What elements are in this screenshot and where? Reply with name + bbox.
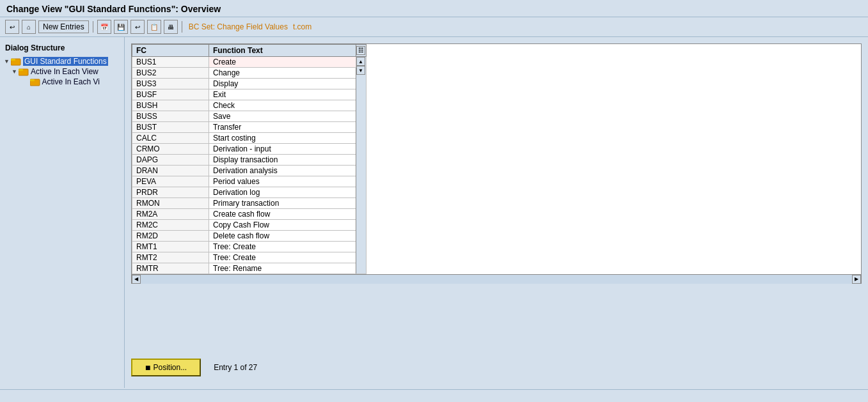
sidebar-title: Dialog Structure [0,41,124,56]
v-scroll-down-btn[interactable]: ▼ [356,66,365,75]
content-area: FC Function Text ☷ BUS1Create▲▼BUS2Chang… [125,37,868,388]
folder-icon-0 [11,57,21,66]
table-row[interactable]: RM2CCopy Cash Flow [132,220,367,231]
cell-fc: BUSH [132,100,209,111]
v-scrollbar-cell: ▲▼ [356,57,367,274]
sidebar-label-active-in-each-view: Active In Each View [31,67,99,76]
cell-text: Delete cash flow [209,231,356,242]
cell-text: Tree: Create [209,242,356,252]
position-label: Position... [153,363,187,372]
table-row[interactable]: CALCStart costing [132,133,367,144]
cell-text: Create [209,57,356,68]
cell-text: Start costing [209,133,356,144]
h-scroll-left-btn[interactable]: ◀ [132,275,141,284]
cell-text: Copy Cash Flow [209,220,356,231]
main-area: Dialog Structure ▼ GUI Standard Function… [0,37,868,388]
sidebar-label-active-in-each-view-2: Active In Each Vi [42,77,100,86]
v-scrollbar: ▲▼ [356,57,365,75]
cell-fc: PEVA [132,176,209,187]
table-icon[interactable]: ☷ [356,46,365,55]
toolbar-icon-6[interactable]: 📋 [147,20,161,34]
cell-text: Period values [209,176,356,187]
col-header-fc: FC [132,45,209,57]
cell-fc: BUSF [132,89,209,100]
cell-text: Create cash flow [209,209,356,220]
table-row[interactable]: BUSTTransfer [132,122,367,133]
cell-fc: RMTR [132,263,209,274]
position-button[interactable]: ■ Position... [131,359,201,376]
cell-fc: DRAN [132,166,209,176]
table-row[interactable]: RMONPrimary transaction [132,198,367,209]
cell-text: Primary transaction [209,198,356,209]
h-scrollbar: ◀ ▶ [132,274,861,283]
tree-arrow-1: ▼ [12,68,17,75]
entry-info: Entry 1 of 27 [214,363,257,372]
cell-text: Change [209,68,356,79]
folder-icon-1 [19,67,29,76]
cell-fc: RMT2 [132,252,209,263]
title-bar: Change View "GUI Standard Functions": Ov… [0,0,868,17]
table-row[interactable]: CRMODerivation - input [132,144,367,155]
status-bar [0,389,868,402]
svg-rect-3 [19,69,23,71]
page-title: Change View "GUI Standard Functions": Ov… [6,4,221,14]
sidebar-item-gui-standard-functions[interactable]: ▼ GUI Standard Functions [0,56,124,66]
table-row[interactable]: BUS3Display [132,79,367,89]
table-row[interactable]: BUS2Change [132,68,367,79]
table-row[interactable]: BUSSSave [132,111,367,122]
cell-fc: RM2C [132,220,209,231]
cell-text: Display [209,79,356,89]
table-row[interactable]: PRDRDerivation log [132,187,367,198]
data-table: FC Function Text ☷ BUS1Create▲▼BUS2Chang… [132,44,367,274]
bottom-area: ■ Position... Entry 1 of 27 [131,353,862,382]
cell-text: Tree: Rename [209,263,356,274]
cell-fc: BUSS [132,111,209,122]
watermark-text: t.com [293,22,312,31]
cell-text: Derivation log [209,187,356,198]
toolbar-icon-3[interactable]: 📅 [97,20,111,34]
toolbar-icon-2[interactable]: ⌂ [22,20,36,34]
cell-text: Check [209,100,356,111]
table-row[interactable]: RM2DDelete cash flow [132,231,367,242]
cell-text: Derivation - input [209,144,356,155]
table-row[interactable]: DAPGDisplay transaction [132,155,367,166]
table-row[interactable]: DRANDerivation analysis [132,166,367,176]
cell-text: Save [209,111,356,122]
table-row[interactable]: RMT2Tree: Create [132,252,367,263]
svg-rect-1 [11,59,15,61]
toolbar-icon-5[interactable]: ↩ [130,20,145,34]
cell-fc: RMON [132,198,209,209]
cell-fc: CRMO [132,144,209,155]
h-scroll-right-btn[interactable]: ▶ [852,275,861,284]
cell-fc: BUS2 [132,68,209,79]
svg-rect-5 [30,79,35,81]
sidebar-item-active-in-each-view-2[interactable]: Active In Each Vi [0,77,124,87]
h-scroll-track [141,275,852,284]
table-row[interactable]: RMTRTree: Rename [132,263,367,274]
cell-text: Exit [209,89,356,100]
sidebar: Dialog Structure ▼ GUI Standard Function… [0,37,125,388]
table-row[interactable]: RMT1Tree: Create [132,242,367,252]
toolbar-icon-1[interactable]: ↩ [5,20,19,34]
table-container: FC Function Text ☷ BUS1Create▲▼BUS2Chang… [131,43,862,284]
cell-fc: RM2D [132,231,209,242]
position-icon: ■ [145,362,150,373]
toolbar-icon-4[interactable]: 💾 [114,20,128,34]
v-scroll-up-btn[interactable]: ▲ [356,57,365,66]
new-entries-button[interactable]: New Entries [38,20,89,33]
toolbar: ↩ ⌂ New Entries 📅 💾 ↩ 📋 🖶 BC Set: Change… [0,17,868,37]
separator-1 [93,21,93,33]
sidebar-label-gui-standard-functions: GUI Standard Functions [23,57,108,66]
tree-arrow-0: ▼ [4,58,10,65]
table-row[interactable]: BUSFExit [132,89,367,100]
table-row[interactable]: PEVAPeriod values [132,176,367,187]
cell-text: Transfer [209,122,356,133]
sidebar-item-active-in-each-view[interactable]: ▼ Active In Each View [0,66,124,77]
toolbar-icon-7[interactable]: 🖶 [164,20,178,34]
table-row[interactable]: RM2ACreate cash flow [132,209,367,220]
cell-fc: RMT1 [132,242,209,252]
table-row[interactable]: BUS1Create▲▼ [132,57,367,68]
cell-fc: PRDR [132,187,209,198]
table-row[interactable]: BUSHCheck [132,100,367,111]
tree-arrow-2 [27,79,29,85]
